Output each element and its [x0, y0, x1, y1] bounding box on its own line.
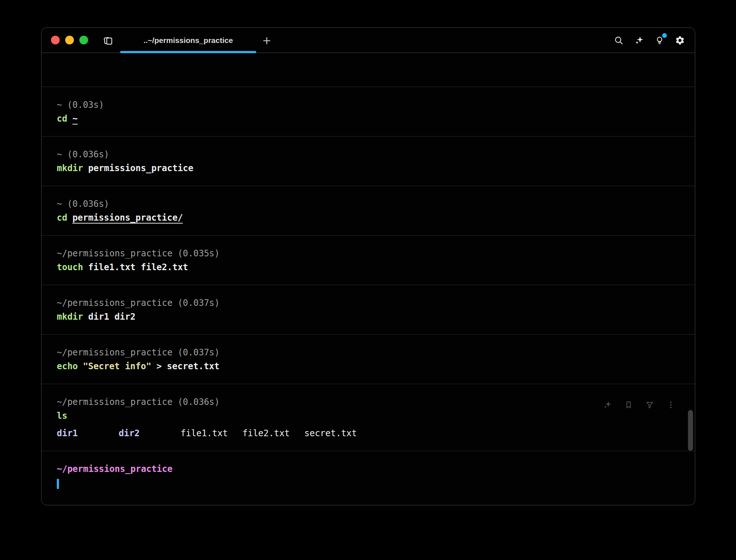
scrollbar-thumb[interactable]: [688, 410, 693, 451]
block-context: ~/permissions_practice(0.036s): [57, 395, 680, 409]
command-text: echo"Secret info"> secret.txt: [57, 359, 680, 373]
titlebar-actions: [614, 35, 685, 46]
ls-entry-dir: dir1: [57, 426, 119, 440]
block-context: ~/permissions_practice(0.035s): [57, 247, 680, 260]
ai-sparkles-icon[interactable]: [603, 400, 612, 410]
bookmark-icon[interactable]: [624, 400, 633, 410]
block-context: ~(0.036s): [57, 197, 680, 211]
command-block-echo-secret[interactable]: ~/permissions_practice(0.037s) echo"Secr…: [41, 335, 695, 384]
block-hover-toolbar: [603, 400, 676, 410]
command-text: cdpermissions_practice/: [57, 211, 680, 225]
command-text: cd~: [57, 112, 680, 126]
new-tab-button[interactable]: [261, 35, 272, 46]
ls-entry-file: file2.txt: [242, 426, 304, 440]
block-context: ~(0.03s): [57, 98, 680, 112]
notification-dot: [662, 33, 667, 38]
terminal-window: ..~/permissions_practice: [41, 27, 695, 505]
minimize-button[interactable]: [65, 36, 74, 44]
titlebar: ..~/permissions_practice: [41, 28, 695, 53]
block-context: ~/permissions_practice(0.037s): [57, 296, 680, 310]
tab-permissions-practice[interactable]: ..~/permissions_practice: [120, 28, 256, 53]
ai-sparkles-icon[interactable]: [634, 35, 644, 46]
current-working-directory: ~/permissions_practice: [57, 462, 680, 476]
command-text: touchfile1.txt file2.txt: [57, 260, 680, 274]
current-prompt-block[interactable]: ~/permissions_practice: [41, 451, 695, 489]
traffic-lights: [51, 36, 88, 44]
block-context: ~(0.036s): [57, 147, 680, 161]
terminal-content: ~(0.03s) cd~ ~(0.036s) mkdirpermissions_…: [41, 53, 695, 489]
command-text: ls: [57, 409, 680, 423]
ls-entry-file: file1.txt: [181, 426, 242, 440]
ls-entry-file: secret.txt: [304, 428, 357, 438]
zoom-button[interactable]: [79, 36, 88, 44]
command-block-mkdir-dirs[interactable]: ~/permissions_practice(0.037s) mkdirdir1…: [41, 285, 695, 334]
settings-gear-icon[interactable]: [675, 35, 685, 46]
lightbulb-icon[interactable]: [654, 35, 665, 46]
filter-icon[interactable]: [645, 400, 654, 410]
text-cursor: [57, 479, 59, 489]
ls-output: dir1dir2file1.txtfile2.txtsecret.txt: [57, 426, 680, 440]
ls-entry-dir: dir2: [119, 426, 181, 440]
command-block-ls[interactable]: ~/permissions_practice(0.036s) ls dir1di…: [41, 384, 695, 451]
command-text: mkdirdir1 dir2: [57, 310, 680, 324]
book-icon[interactable]: [103, 35, 114, 46]
close-button[interactable]: [51, 36, 60, 44]
command-block-cd-practice[interactable]: ~(0.036s) cdpermissions_practice/: [41, 186, 695, 235]
command-block-touch-files[interactable]: ~/permissions_practice(0.035s) touchfile…: [41, 236, 695, 285]
command-block-mkdir-practice[interactable]: ~(0.036s) mkdirpermissions_practice: [41, 137, 695, 186]
command-text: mkdirpermissions_practice: [57, 161, 680, 175]
tab-title: ..~/permissions_practice: [143, 36, 233, 45]
search-icon[interactable]: [614, 35, 624, 46]
block-context: ~/permissions_practice(0.037s): [57, 346, 680, 359]
command-block-cd-home[interactable]: ~(0.03s) cd~: [41, 87, 695, 136]
more-menu-icon[interactable]: [666, 400, 676, 410]
